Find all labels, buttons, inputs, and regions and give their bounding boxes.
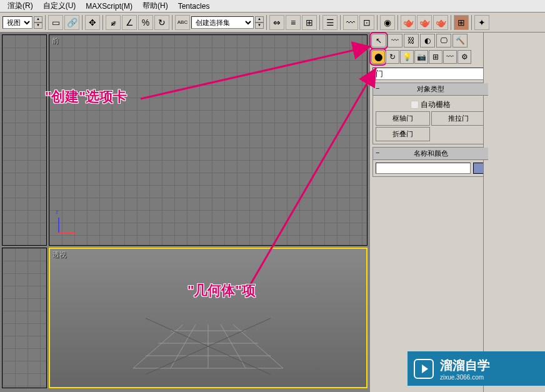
viewport-left-bottom[interactable] xyxy=(2,248,47,388)
selection-set-dropdown[interactable]: 创建选择集 xyxy=(191,16,254,29)
watermark: 溜溜自学 zixue.3066.com xyxy=(408,351,545,386)
quick-align-icon[interactable]: ⊞ xyxy=(302,15,317,30)
separator xyxy=(266,15,267,30)
play-icon xyxy=(414,359,434,379)
separator xyxy=(319,15,320,30)
hierarchy-tab-icon[interactable]: ⛓ xyxy=(404,34,419,48)
main-area: 前 z x 透视 xyxy=(0,33,545,392)
create-subtab-row: ⬤ ↻ 💡 📷 ⊞ 〰 ⚙ xyxy=(370,49,491,65)
lights-subtab-icon[interactable]: 💡 xyxy=(400,50,414,64)
schematic-icon[interactable]: ⊡ xyxy=(359,15,374,30)
separator xyxy=(45,15,46,30)
autogrid-checkbox xyxy=(411,101,419,109)
viewport-label-front: 前 xyxy=(52,36,59,46)
separator xyxy=(340,15,341,30)
watermark-brand: 溜溜自学 xyxy=(440,357,490,374)
utilities-tab-icon[interactable]: 🔨 xyxy=(452,34,468,48)
rollout-name-color: 名称和颜色 xyxy=(372,147,489,177)
rollout-header-namecolor[interactable]: 名称和颜色 xyxy=(373,148,488,160)
create-tab-icon[interactable]: ↖ xyxy=(371,34,386,48)
cameras-subtab-icon[interactable]: 📷 xyxy=(414,50,428,64)
material-icon[interactable]: ◉ xyxy=(380,15,395,30)
viewport-front[interactable]: 前 z x xyxy=(49,34,368,246)
quick-render-icon[interactable]: 🫖 xyxy=(433,15,448,30)
menu-maxscript[interactable]: MAXScript(M) xyxy=(81,1,138,12)
category-dropdown[interactable]: 门 ▾ xyxy=(372,68,489,80)
svg-line-4 xyxy=(133,324,183,368)
align-icon[interactable]: ≡ xyxy=(286,15,301,30)
separator xyxy=(451,15,451,30)
separator xyxy=(82,15,82,30)
viewport-container: 前 z x 透视 xyxy=(0,33,369,392)
svg-line-8 xyxy=(233,324,283,368)
angle-snap-icon[interactable]: ∠ xyxy=(122,15,137,30)
systems-subtab-icon[interactable]: ⚙ xyxy=(458,50,471,64)
watermark-url: zixue.3066.com xyxy=(440,374,490,381)
separator xyxy=(102,15,103,30)
separator xyxy=(471,15,472,30)
separator xyxy=(398,15,398,30)
extra-tool-icon[interactable]: ⊞ xyxy=(454,15,469,30)
geometry-subtab-icon[interactable]: ⬤ xyxy=(371,50,385,64)
right-toolbar-strip xyxy=(483,33,545,392)
helpers-subtab-icon[interactable]: ⊞ xyxy=(429,50,442,64)
main-toolbar: 视图 ▲▼ ▭ 🔗 ✥ ⸙ ∠ % ↻ ABC 创建选择集 ▲▼ ⇔ ≡ ⊞ ☰… xyxy=(0,13,545,33)
viewport-perspective[interactable]: 透视 xyxy=(49,248,368,388)
modify-tab-icon[interactable]: 〰 xyxy=(388,34,402,48)
layer-icon[interactable]: ☰ xyxy=(322,15,338,30)
autogrid-label: 自动栅格 xyxy=(421,100,451,109)
command-panel: ↖ 〰 ⛓ ◐ 🖵 🔨 ⬤ ↻ 💡 📷 ⊞ 〰 ⚙ 门 xyxy=(369,33,483,392)
render-setup-icon[interactable]: 🫖 xyxy=(401,15,416,30)
menu-tentacles[interactable]: Tentacles xyxy=(173,1,215,12)
menu-help[interactable]: 帮助(H) xyxy=(138,0,173,13)
percent-snap-icon[interactable]: % xyxy=(138,15,153,30)
named-sel-icon[interactable]: ABC xyxy=(175,15,190,30)
viewport-label-persp: 透视 xyxy=(52,250,66,259)
shapes-subtab-icon[interactable]: ↻ xyxy=(386,50,399,64)
rollout-header-objtype[interactable]: 对象类型 xyxy=(373,83,488,96)
menu-custom[interactable]: 自定义(U) xyxy=(38,0,81,13)
object-name-input[interactable] xyxy=(376,163,471,174)
extra-tool2-icon[interactable]: ✦ xyxy=(474,15,489,30)
move-icon[interactable]: ✥ xyxy=(85,15,100,30)
menu-bar: 渲染(R) 自定义(U) MAXScript(M) 帮助(H) Tentacle… xyxy=(0,0,545,13)
curve-editor-icon[interactable]: 〰 xyxy=(343,15,358,30)
bifold-door-button[interactable]: 折叠门 xyxy=(376,127,430,141)
spinner-snap-icon[interactable]: ↻ xyxy=(154,15,169,30)
motion-tab-icon[interactable]: ◐ xyxy=(420,34,435,48)
rollout-object-type: 对象类型 自动栅格 枢轴门 推拉门 折叠门 xyxy=(372,83,489,144)
axis-gizmo: z x xyxy=(56,214,81,239)
spinner[interactable]: ▲▼ xyxy=(255,16,264,29)
select-icon[interactable]: ▭ xyxy=(48,15,63,30)
command-tab-row: ↖ 〰 ⛓ ◐ 🖵 🔨 xyxy=(370,33,491,49)
viewport-left-top[interactable] xyxy=(2,34,47,246)
reference-coord-dropdown[interactable]: 视图 xyxy=(2,16,32,29)
render-frame-icon[interactable]: 🫖 xyxy=(417,15,432,30)
sliding-door-button[interactable]: 推拉门 xyxy=(431,111,486,126)
snap-icon[interactable]: ⸙ xyxy=(106,15,121,30)
select-link-icon[interactable]: 🔗 xyxy=(64,15,79,30)
spacewarps-subtab-icon[interactable]: 〰 xyxy=(443,50,457,64)
separator xyxy=(172,15,172,30)
perspective-grid xyxy=(121,306,296,381)
separator xyxy=(377,15,378,30)
mirror-icon[interactable]: ⇔ xyxy=(269,15,284,30)
display-tab-icon[interactable]: 🖵 xyxy=(436,34,451,48)
spinner[interactable]: ▲▼ xyxy=(34,16,42,29)
menu-render[interactable]: 渲染(R) xyxy=(2,0,38,13)
pivot-door-button[interactable]: 枢轴门 xyxy=(376,111,430,126)
